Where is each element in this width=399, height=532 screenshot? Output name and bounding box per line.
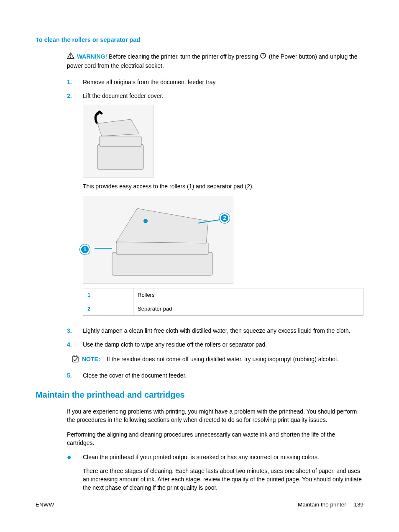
footer-section-title: Maintain the printer — [298, 501, 346, 508]
step-body: Close the cover of the document feeder. — [83, 371, 363, 380]
note-callout: NOTE: If the residue does not come off u… — [83, 355, 363, 364]
svg-point-10 — [143, 219, 148, 223]
step-number: 1. — [67, 78, 83, 87]
note-icon — [71, 355, 79, 363]
table-row: 2 Separator pad — [83, 302, 363, 316]
steps-list: 1. Remove all originals from the documen… — [67, 78, 363, 380]
step-body: Remove all originals from the document f… — [83, 78, 363, 87]
printer-lift-cover-illustration — [83, 105, 154, 178]
part-number: 2 — [83, 302, 133, 316]
step-4-text: Use the damp cloth to wipe any residue o… — [83, 340, 363, 349]
footer-left: ENWW — [36, 501, 54, 509]
maintain-paragraph-2: Performing the aligning and cleaning pro… — [67, 430, 363, 447]
warning-callout: WARNING! Before cleaning the printer, tu… — [67, 52, 363, 70]
step-2: 2. Lift the document feeder cover. This … — [67, 92, 363, 321]
part-label: Rollers — [133, 288, 363, 302]
callout-marker-1: 1 — [80, 244, 90, 254]
step-3: 3. Lightly dampen a clean lint-free clot… — [67, 326, 363, 335]
section-heading-clean-rollers: To clean the rollers or separator pad — [36, 36, 363, 45]
step-number: 2. — [67, 92, 83, 321]
svg-rect-6 — [112, 252, 212, 275]
svg-rect-11 — [72, 357, 78, 362]
bullet-body: Clean the printhead if your printed outp… — [83, 453, 363, 497]
step-1: 1. Remove all originals from the documen… — [67, 78, 363, 87]
page-number: 139 — [354, 501, 363, 508]
page-footer: ENWW Maintain the printer 139 — [36, 501, 363, 509]
section-heading-maintain: Maintain the printhead and cartridges — [36, 388, 363, 401]
step-2-caption: This provides easy access to the rollers… — [83, 182, 363, 191]
parts-table: 1 Rollers 2 Separator pad — [83, 288, 363, 316]
step-5: 5. Close the cover of the document feede… — [67, 371, 363, 380]
maintain-paragraph-1: If you are experiencing problems with pr… — [67, 407, 363, 424]
step-body: Use the damp cloth to wipe any residue o… — [83, 340, 363, 366]
svg-rect-5 — [100, 136, 141, 146]
svg-rect-4 — [97, 144, 143, 170]
warning-triangle-icon — [67, 52, 74, 62]
svg-rect-7 — [116, 242, 208, 254]
table-row: 1 Rollers — [83, 288, 363, 302]
bullet-text-2: There are three stages of cleaning. Each… — [83, 467, 363, 492]
part-number: 1 — [83, 288, 133, 302]
bullet-icon: ● — [67, 453, 83, 497]
svg-point-1 — [70, 57, 71, 58]
step-number: 5. — [67, 371, 83, 380]
step-2-text: Lift the document feeder cover. — [83, 92, 363, 100]
bullet-text-1: Clean the printhead if your printed outp… — [83, 453, 363, 461]
list-item: ● Clean the printhead if your printed ou… — [67, 453, 363, 497]
footer-right: Maintain the printer 139 — [298, 501, 363, 509]
warning-text-before: Before cleaning the printer, turn the pr… — [109, 53, 260, 60]
power-icon — [260, 52, 266, 62]
note-label: NOTE: — [82, 356, 100, 362]
step-number: 3. — [67, 326, 83, 335]
warning-label: WARNING! — [77, 53, 107, 60]
step-body: Lightly dampen a clean lint-free cloth w… — [83, 326, 363, 335]
step-body: Lift the document feeder cover. This pro… — [83, 92, 363, 321]
part-label: Separator pad — [133, 302, 363, 316]
note-text: If the residue does not come off using d… — [107, 356, 338, 362]
printer-rollers-illustration: 1 2 — [83, 196, 233, 284]
step-4: 4. Use the damp cloth to wipe any residu… — [67, 340, 363, 366]
callout-marker-2: 2 — [220, 213, 230, 223]
maintain-bullet-list: ● Clean the printhead if your printed ou… — [67, 453, 363, 497]
